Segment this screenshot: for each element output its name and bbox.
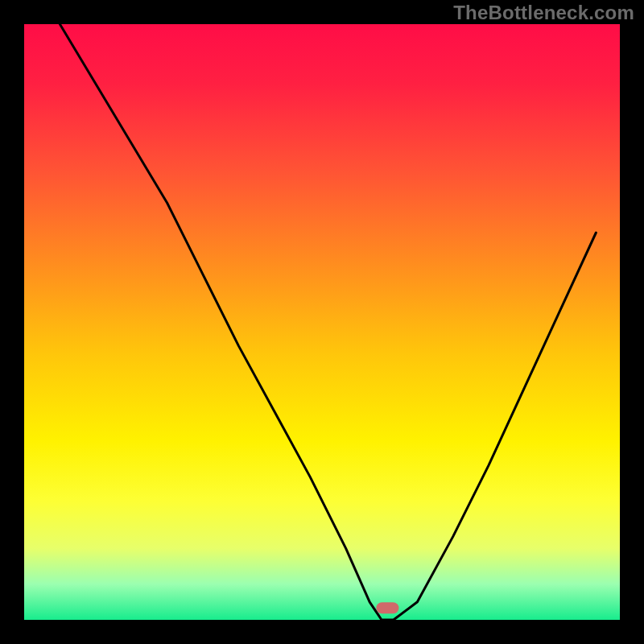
chart-frame: TheBottleneck.com: [0, 0, 644, 644]
watermark-label: TheBottleneck.com: [453, 2, 634, 24]
bottleneck-chart: [0, 0, 644, 644]
current-marker: [376, 602, 398, 613]
